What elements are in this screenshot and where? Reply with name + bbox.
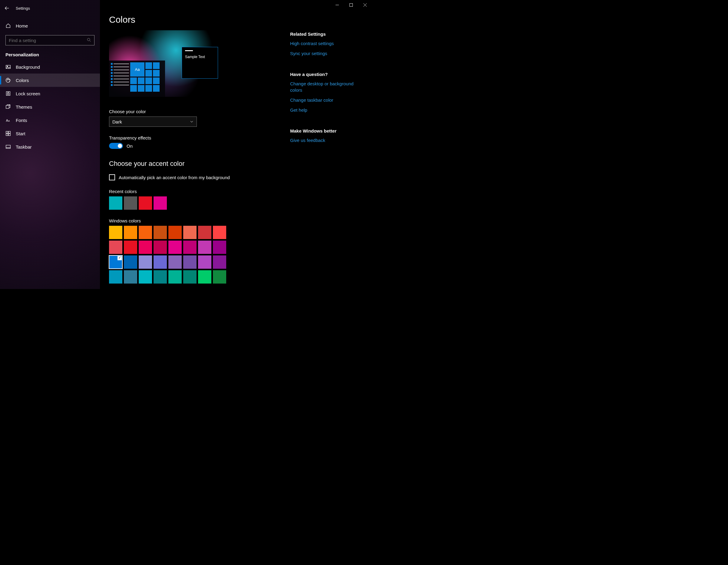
sidebar-item-label: Background: [16, 64, 40, 70]
windows-color-swatch[interactable]: [109, 226, 122, 239]
back-arrow-icon[interactable]: [4, 5, 10, 11]
home-label: Home: [16, 23, 28, 28]
windows-color-swatch[interactable]: [154, 256, 167, 269]
windows-color-swatch[interactable]: [198, 226, 211, 239]
windows-color-swatch[interactable]: [213, 226, 226, 239]
sidebar-item-label: Start: [16, 131, 25, 136]
windows-color-swatch[interactable]: [139, 241, 152, 254]
transparency-toggle[interactable]: [109, 143, 123, 149]
link-feedback[interactable]: Give us feedback: [290, 137, 363, 144]
windows-colors-label: Windows colors: [109, 218, 284, 223]
windows-color-swatch[interactable]: [198, 270, 211, 283]
sidebar-item-label: Taskbar: [16, 144, 32, 150]
sidebar-item-themes[interactable]: Themes: [0, 100, 100, 114]
picture-icon: [5, 64, 11, 70]
windows-color-swatch[interactable]: [109, 256, 122, 269]
content-column: Colors Aa: [109, 15, 284, 289]
svg-point-10: [8, 79, 8, 80]
page-title: Colors: [109, 15, 284, 25]
lock-screen-icon: [5, 91, 11, 96]
sidebar-item-label: Fonts: [16, 118, 27, 123]
windows-color-swatch[interactable]: [109, 241, 122, 254]
accent-heading: Choose your accent color: [109, 160, 284, 168]
theme-preview: Aa Sample Text: [109, 30, 212, 97]
preview-sample-window: Sample Text: [182, 47, 218, 79]
section-label: Personalization: [0, 45, 100, 60]
windows-color-swatch[interactable]: [154, 270, 167, 283]
link-change-desktop-colors[interactable]: Change desktop or background colors: [290, 81, 363, 93]
svg-point-8: [7, 66, 8, 67]
windows-color-swatch[interactable]: [183, 226, 197, 239]
windows-color-swatch[interactable]: [109, 270, 122, 283]
windows-color-swatch[interactable]: [124, 270, 137, 283]
windows-color-swatch[interactable]: [168, 241, 182, 254]
sidebar-item-label: Themes: [16, 104, 32, 110]
related-settings-heading: Related Settings: [290, 31, 363, 37]
svg-rect-21: [6, 145, 10, 149]
choose-color-label: Choose your color: [109, 109, 284, 114]
settings-window: Settings Home Personalization Background: [0, 0, 372, 289]
sidebar-item-label: Colors: [16, 78, 29, 83]
search-input[interactable]: [9, 38, 87, 43]
windows-color-swatch[interactable]: [213, 270, 226, 283]
windows-color-swatch[interactable]: [124, 256, 137, 269]
windows-color-swatch[interactable]: [183, 241, 197, 254]
svg-line-6: [90, 41, 91, 42]
palette-icon: [5, 78, 11, 83]
taskbar-icon: [5, 144, 11, 150]
sidebar-item-colors[interactable]: Colors: [0, 74, 100, 87]
auto-pick-label: Automatically pick an accent color from …: [119, 175, 230, 180]
svg-point-9: [7, 80, 8, 80]
windows-color-swatch[interactable]: [139, 226, 152, 239]
windows-color-swatch[interactable]: [198, 256, 211, 269]
recent-color-swatch[interactable]: [139, 197, 152, 210]
windows-color-swatch[interactable]: [168, 270, 182, 283]
sidebar-item-taskbar[interactable]: Taskbar: [0, 140, 100, 154]
link-high-contrast[interactable]: High contrast settings: [290, 40, 363, 47]
main-content: Colors Aa: [100, 0, 372, 289]
sidebar-item-start[interactable]: Start: [0, 127, 100, 140]
windows-color-swatch[interactable]: [183, 270, 197, 283]
windows-color-swatch[interactable]: [124, 226, 137, 239]
windows-color-swatch[interactable]: [183, 256, 197, 269]
home-nav[interactable]: Home: [0, 20, 100, 31]
search-box[interactable]: [5, 35, 94, 45]
sidebar-item-background[interactable]: Background: [0, 60, 100, 74]
svg-point-5: [87, 38, 90, 41]
make-better-heading: Make Windows better: [290, 128, 363, 134]
link-sync-settings[interactable]: Sync your settings: [290, 50, 363, 57]
windows-color-swatch[interactable]: [124, 241, 137, 254]
windows-color-swatch[interactable]: [154, 241, 167, 254]
svg-rect-18: [8, 131, 10, 133]
recent-color-swatch[interactable]: [109, 197, 122, 210]
themes-icon: [5, 104, 11, 110]
link-get-help[interactable]: Get help: [290, 107, 363, 113]
maximize-button[interactable]: [344, 0, 358, 10]
windows-color-swatch[interactable]: [168, 256, 182, 269]
windows-color-swatch[interactable]: [139, 270, 152, 283]
auto-pick-checkbox[interactable]: [109, 174, 115, 180]
windows-color-swatch[interactable]: [154, 226, 167, 239]
window-controls: [330, 0, 372, 10]
sidebar-item-fonts[interactable]: AA Fonts: [0, 114, 100, 127]
link-change-taskbar-color[interactable]: Change taskbar color: [290, 97, 363, 103]
side-column: Related Settings High contrast settings …: [290, 15, 363, 289]
windows-color-swatch[interactable]: [139, 256, 152, 269]
sidebar-header: Settings: [0, 3, 100, 13]
svg-point-11: [9, 79, 9, 80]
close-button[interactable]: [358, 0, 372, 10]
svg-rect-14: [6, 106, 9, 109]
windows-color-swatch[interactable]: [213, 256, 226, 269]
recent-color-swatch[interactable]: [124, 197, 137, 210]
sidebar-item-lock-screen[interactable]: Lock screen: [0, 87, 100, 100]
windows-color-swatch[interactable]: [198, 241, 211, 254]
color-mode-value: Dark: [112, 119, 122, 124]
color-mode-dropdown[interactable]: Dark: [109, 117, 197, 127]
minimize-button[interactable]: [330, 0, 344, 10]
preview-tile-text: Aa: [130, 62, 144, 77]
svg-rect-20: [8, 134, 10, 136]
svg-rect-1: [349, 3, 352, 6]
recent-color-swatch[interactable]: [154, 197, 167, 210]
windows-color-swatch[interactable]: [213, 241, 226, 254]
windows-color-swatch[interactable]: [168, 226, 182, 239]
